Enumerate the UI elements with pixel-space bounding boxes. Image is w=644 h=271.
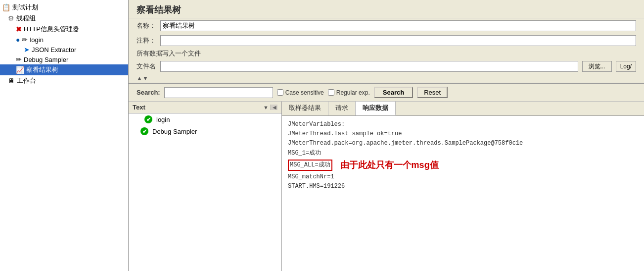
tabs-bar: 取样器结果 请求 响应数据	[282, 102, 644, 116]
result-label-login: login	[156, 116, 170, 123]
status-icon-login: ✔	[144, 115, 152, 123]
col-splitter[interactable]: ◀	[271, 105, 277, 110]
regex-label[interactable]: Regular exp.	[328, 89, 370, 96]
sidebar-item-thread-group[interactable]: ⚙ 线程组	[0, 13, 128, 24]
search-button[interactable]: Search	[374, 87, 413, 98]
sort-icon[interactable]: ▼	[263, 105, 269, 110]
comment-row: 注释：	[129, 33, 644, 48]
detail-line-2: JMeterThread.last_sample_ok=true	[288, 129, 638, 139]
file-input[interactable]	[160, 61, 578, 72]
sidebar-item-label: 察看结果树	[26, 65, 58, 74]
debug-icon: ✏	[16, 55, 22, 63]
file-label: 文件名	[137, 62, 156, 71]
file-row: 文件名 浏览... Log/	[129, 59, 644, 74]
sidebar: 📋 测试计划 ⚙ 线程组 ✖ HTTP信息头管理器 ● ✏ login ➤ JS…	[0, 0, 129, 271]
results-list-header: Text ▼ ◀	[129, 102, 281, 113]
arrow-icon: ➤	[24, 46, 30, 54]
detail-line-5: MSG_ALL=成功 由于此处只有一个msg值	[288, 158, 638, 172]
annotation-text: 由于此处只有一个msg值	[340, 158, 439, 172]
sidebar-item-test-plan[interactable]: 📋 测试计划	[0, 2, 128, 13]
sidebar-item-json-extractor[interactable]: ➤ JSON Extractor	[0, 45, 128, 54]
detail-line-4: MSG_1=成功	[288, 149, 638, 158]
workbench-icon: 🖥	[8, 77, 15, 85]
divider-arrows: ▲▼	[129, 74, 644, 83]
sidebar-item-workbench[interactable]: 🖥 工作台	[0, 75, 128, 86]
sidebar-item-label: JSON Extractor	[32, 46, 76, 54]
case-sensitive-checkbox[interactable]	[277, 89, 283, 96]
search-input[interactable]	[164, 87, 273, 98]
name-label: 名称：	[137, 21, 156, 30]
status-icon-debug: ✔	[140, 127, 148, 135]
results-list: Text ▼ ◀ ✔ login ✔ Debug Sampler	[129, 102, 282, 271]
sidebar-item-login[interactable]: ● ✏ login	[0, 35, 128, 45]
pencil-icon: ✏	[22, 36, 28, 44]
config-panel: 察看结果树 名称： 注释： 所有数据写入一个文件 文件名 浏览... Log/ …	[129, 0, 644, 84]
tab-sampler-result[interactable]: 取样器结果	[282, 102, 328, 115]
result-label-debug: Debug Sampler	[152, 128, 197, 135]
search-label: Search:	[137, 89, 160, 96]
test-plan-icon: 📋	[2, 3, 10, 11]
name-input[interactable]	[160, 20, 636, 31]
sidebar-item-label: HTTP信息头管理器	[24, 25, 79, 34]
detail-content: JMeterVariables: JMeterThread.last_sampl…	[282, 116, 644, 271]
main-area: 察看结果树 名称： 注释： 所有数据写入一个文件 文件名 浏览... Log/ …	[129, 0, 644, 271]
name-row: 名称：	[129, 18, 644, 33]
tab-request[interactable]: 请求	[328, 102, 356, 115]
sidebar-item-http-header[interactable]: ✖ HTTP信息头管理器	[0, 24, 128, 35]
comment-label: 注释：	[137, 36, 156, 45]
sidebar-item-label: Debug Sampler	[24, 56, 68, 63]
detail-panel: 取样器结果 请求 响应数据 JMeterVariables: JMeterThr…	[282, 102, 644, 271]
detail-line-7: START.HMS=191226	[288, 182, 638, 191]
result-item-debug-sampler[interactable]: ✔ Debug Sampler	[129, 125, 281, 137]
config-title: 察看结果树	[129, 0, 644, 18]
log-button[interactable]: Log/	[616, 61, 636, 72]
results-tree-icon: 📈	[16, 66, 24, 74]
tab-response-data[interactable]: 响应数据	[356, 102, 396, 115]
case-sensitive-label[interactable]: Case sensitive	[277, 89, 324, 96]
detail-line-1: JMeterVariables:	[288, 120, 638, 129]
reset-button[interactable]: Reset	[417, 87, 448, 98]
highlight-span: MSG_ALL=成功	[288, 160, 332, 171]
detail-line-3: JMeterThread.pack=org.apache.jmeter.thre…	[288, 139, 638, 148]
detail-line-6: MSG_matchNr=1	[288, 172, 638, 182]
http-cross-icon: ✖	[16, 25, 22, 33]
sidebar-item-label: 测试计划	[12, 3, 38, 12]
sidebar-item-label: login	[30, 36, 43, 44]
login-icon: ●	[16, 36, 20, 44]
gear-icon: ⚙	[8, 14, 14, 22]
browse-button[interactable]: 浏览...	[582, 61, 612, 72]
search-bar: Search: Case sensitive Regular exp. Sear…	[129, 84, 644, 102]
sidebar-item-view-results-tree[interactable]: 📈 察看结果树	[0, 64, 128, 75]
results-area: Text ▼ ◀ ✔ login ✔ Debug Sampler 取样器结果 请…	[129, 102, 644, 271]
sidebar-item-label: 线程组	[16, 14, 36, 23]
column-header: Text	[133, 104, 261, 111]
comment-input[interactable]	[160, 35, 636, 46]
sidebar-item-label: 工作台	[17, 76, 36, 85]
result-item-login[interactable]: ✔ login	[129, 113, 281, 125]
regex-checkbox[interactable]	[328, 89, 334, 96]
sidebar-item-debug-sampler[interactable]: ✏ Debug Sampler	[0, 54, 128, 64]
all-data-label: 所有数据写入一个文件	[129, 48, 644, 59]
